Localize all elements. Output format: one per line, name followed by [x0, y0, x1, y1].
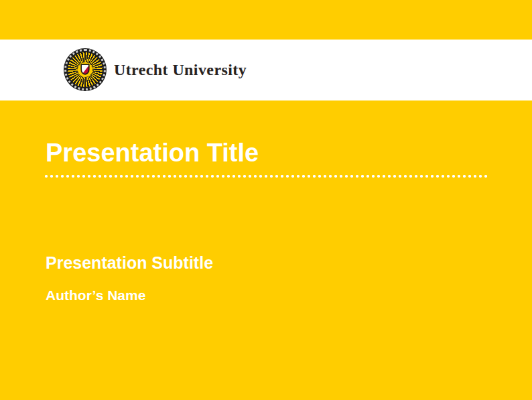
presentation-title: Presentation Title: [46, 138, 259, 168]
title-slide: Utrecht University Presentation Title Pr…: [0, 0, 532, 400]
presentation-subtitle: Presentation Subtitle: [46, 253, 213, 273]
utrecht-university-logo: [64, 48, 107, 91]
author-name: Author’s Name: [46, 287, 145, 304]
university-wordmark: Utrecht University: [114, 60, 247, 79]
dotted-divider: [44, 174, 489, 179]
shield-icon: [80, 64, 90, 75]
